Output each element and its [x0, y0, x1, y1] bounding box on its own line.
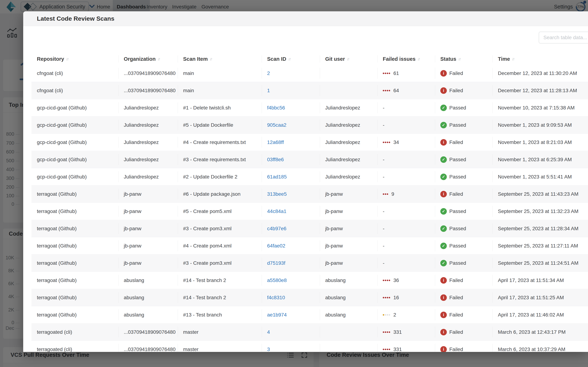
cell-git-user: Juliandreslopez — [320, 99, 377, 116]
cell-scan-item: #5 - Update Dockerfile — [178, 117, 262, 133]
cell-scan-item: #14 - Test branch 2 — [178, 289, 262, 306]
cell-failed-issues: - — [377, 254, 435, 272]
table-body: cfngoat (cli) ...03709418909076480 main … — [32, 65, 588, 352]
cell-failed-issues: - — [377, 151, 435, 168]
cell-failed-issues: 331 — [377, 324, 435, 341]
status-label: Passed — [449, 226, 466, 232]
status-badge: i Failed — [440, 329, 463, 335]
cell-git-user: jb-panw — [320, 237, 377, 254]
cell-organization: jb-panw — [118, 237, 178, 254]
table-row: gcp-cicd-goat (Github) Juliandreslopez #… — [32, 168, 588, 185]
cell-time: November 1, 2023 at 6:25:39 AM — [493, 151, 588, 168]
status-badge: ✓ Passed — [440, 225, 466, 232]
scan-id-link[interactable]: 4 — [267, 329, 270, 335]
table-row: terragoat (Github) jb-panw #5 - Create p… — [32, 203, 588, 220]
scan-id-link[interactable]: 313bee5 — [267, 191, 287, 197]
status-label: Failed — [449, 191, 463, 197]
cell-organization: jb-panw — [118, 254, 178, 272]
status-badge: ✓ Passed — [440, 208, 466, 215]
status-icon: i — [440, 329, 447, 335]
status-label: Passed — [449, 105, 466, 111]
failed-issues-count: 9 — [392, 191, 394, 197]
status-badge: i Failed — [440, 312, 463, 318]
column-header-failed-issues[interactable]: Failed issues↓↑ — [377, 53, 435, 65]
table-row: cfngoat (cli) ...03709418909076480 main … — [32, 65, 588, 82]
sort-icon[interactable]: ↓↑ — [512, 57, 514, 61]
sort-icon[interactable]: ↓↑ — [66, 57, 68, 61]
cell-scan-item: #3 - Create pom3.xml — [178, 220, 262, 237]
column-header-status[interactable]: Status↓↑ — [435, 53, 493, 65]
status-icon: ✓ — [440, 243, 447, 249]
cell-repository: cfngoat (cli) — [32, 82, 118, 99]
status-icon: i — [440, 346, 447, 352]
sort-icon[interactable]: ↓↑ — [157, 57, 160, 61]
cell-failed-issues: - — [377, 237, 435, 254]
cell-time: December 12, 2023 at 11:28:13 AM — [493, 82, 588, 99]
cell-failed-issues: 9 — [377, 185, 435, 202]
table-row: gcp-cicd-goat (Github) Juliandreslopez #… — [32, 151, 588, 168]
failed-issues-count: - — [383, 226, 384, 232]
failed-issues-count: 34 — [393, 140, 399, 145]
cell-git-user: Juliandreslopez — [320, 168, 377, 185]
scan-id-link[interactable]: 64fae02 — [267, 243, 285, 249]
sort-icon[interactable]: ↓↑ — [458, 57, 460, 61]
table-row: terragoat (Github) abuslang #13 - Test b… — [32, 306, 588, 324]
cell-organization: Juliandreslopez — [118, 117, 178, 133]
scan-id-link[interactable]: 61ad185 — [267, 174, 287, 180]
cell-time: September 25, 2023 at 11:32:23 AM — [493, 203, 588, 220]
cell-repository: terragoated (cli) — [32, 324, 118, 341]
scan-id-link[interactable]: 12a68ff — [267, 140, 284, 145]
status-icon: i — [440, 191, 447, 197]
scan-id-link[interactable]: f4bbc56 — [267, 105, 285, 111]
cell-time: November 1, 2023 at 5:51:41 AM — [493, 168, 588, 185]
sort-icon[interactable]: ↓↑ — [288, 57, 290, 61]
scan-id-link[interactable]: 905caa2 — [267, 122, 286, 128]
severity-dots-icon — [383, 331, 390, 333]
scan-id-link[interactable]: d75193f — [267, 260, 285, 266]
column-header-scan-id[interactable]: Scan ID↓↑ — [262, 53, 320, 65]
cell-scan-item: main — [178, 65, 262, 82]
scan-id-link[interactable]: f4c8310 — [267, 295, 285, 300]
column-header-repository[interactable]: Repository↓↑ — [32, 53, 118, 65]
scan-id-link[interactable]: ae1b974 — [267, 312, 287, 318]
status-badge: i Failed — [440, 294, 463, 301]
failed-issues-count: 331 — [393, 347, 402, 352]
cell-scan-item: #4 - Create pom4.xml — [178, 237, 262, 254]
scan-id-link[interactable]: 1 — [267, 88, 270, 93]
column-header-scan-item[interactable]: Scan Item↓↑ — [178, 53, 262, 65]
scan-id-link[interactable]: 44c84a1 — [267, 209, 286, 214]
severity-dots-icon — [383, 73, 390, 74]
failed-issues-count: - — [383, 105, 384, 111]
cell-time: December 12, 2023 at 11:30:20 AM — [493, 65, 588, 82]
cell-organization: Juliandreslopez — [118, 168, 178, 185]
cell-scan-item: #14 - Test branch 2 — [178, 272, 262, 289]
cell-organization: ...03709418909076480 — [118, 324, 178, 341]
failed-issues-count: 331 — [393, 329, 402, 335]
table-row: terragoat (Github) jb-panw #3 - Create p… — [32, 254, 588, 272]
status-badge: i Failed — [440, 277, 463, 284]
sort-icon[interactable]: ↓↑ — [210, 57, 212, 61]
cell-scan-item: #3 - Create pom3.xml — [178, 254, 262, 272]
scan-id-link[interactable]: a5580e8 — [267, 277, 287, 283]
column-header-git-user[interactable]: Git user↓↑ — [320, 53, 377, 65]
cell-git-user: abuslang — [320, 272, 377, 289]
sort-icon[interactable]: ↓↑ — [347, 57, 349, 61]
cell-organization: jb-panw — [118, 220, 178, 237]
severity-dots-icon — [383, 142, 390, 143]
cell-repository: gcp-cicd-goat (Github) — [32, 168, 118, 185]
sort-icon[interactable]: ↓↑ — [417, 57, 419, 61]
cell-failed-issues: - — [377, 203, 435, 220]
cell-git-user: Juliandreslopez — [320, 134, 377, 151]
scan-id-link[interactable]: 03ff8e6 — [267, 157, 284, 162]
scan-id-link[interactable]: c4b97e6 — [267, 226, 286, 232]
cell-time: September 25, 2023 at 11:43:23 AM — [493, 185, 588, 202]
cell-failed-issues: - — [377, 99, 435, 116]
scan-id-link[interactable]: 2 — [267, 70, 270, 76]
search-input[interactable] — [539, 32, 588, 43]
modal-header: Latest Code Review Scans — [23, 11, 588, 26]
column-header-organization[interactable]: Organization↓↑ — [118, 53, 178, 65]
status-icon: ✓ — [440, 260, 447, 266]
column-header-time[interactable]: Time↓↑ — [493, 53, 588, 65]
scan-id-link[interactable]: 3 — [267, 347, 270, 352]
cell-time: September 25, 2023 at 11:28:34 AM — [493, 220, 588, 237]
